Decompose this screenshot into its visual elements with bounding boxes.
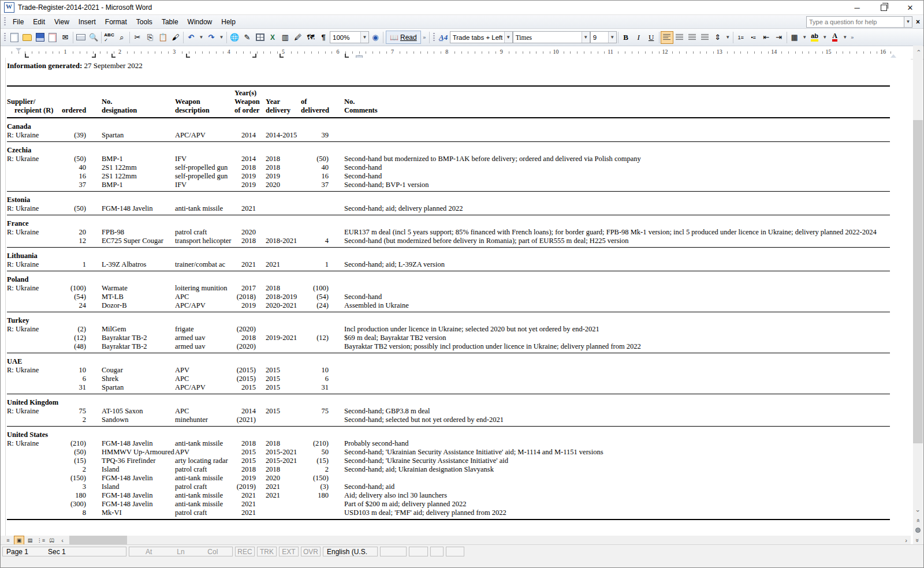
page-section-status[interactable]: Page 1 Sec 1 (2, 547, 126, 556)
menu-edit[interactable]: Edit (28, 16, 50, 28)
borders-button[interactable]: ▦ (788, 31, 801, 44)
style-dropdown-icon[interactable]: ▼ (504, 32, 512, 43)
menu-help[interactable]: Help (217, 16, 240, 28)
bullets-button[interactable]: •≡ (747, 31, 760, 44)
extend-selection-toggle[interactable]: EXT (279, 547, 299, 556)
redo-button[interactable]: ↷ (205, 31, 218, 44)
tab-stop-marker[interactable] (280, 54, 284, 58)
increase-indent-button[interactable]: ⇥ (773, 31, 785, 44)
restore-button[interactable] (870, 1, 897, 14)
style-combobox[interactable]: Trade tabs + Left: ▼ (450, 31, 513, 43)
email-button[interactable]: ✉ (59, 31, 72, 44)
menu-tools[interactable]: Tools (132, 16, 157, 28)
columns-button[interactable]: ▥ (279, 31, 292, 44)
justify-button[interactable] (699, 31, 711, 44)
record-macro-toggle[interactable]: REC (235, 547, 255, 556)
menu-table[interactable]: Table (157, 16, 183, 28)
zoom-combobox[interactable]: 100% ▼ (330, 31, 369, 43)
font-color-button[interactable]: A (829, 31, 841, 44)
font-color-dropdown-icon[interactable]: ▼ (841, 31, 849, 44)
select-browse-object-button[interactable] (913, 525, 923, 535)
help-button[interactable]: ◉ (369, 31, 382, 44)
decrease-indent-button[interactable]: ⇤ (760, 31, 773, 44)
borders-dropdown-icon[interactable]: ▼ (801, 31, 808, 44)
align-left-button[interactable] (661, 31, 673, 44)
tab-stop-marker[interactable] (92, 54, 96, 58)
language-status[interactable]: English (U.S. (323, 547, 378, 556)
undo-button[interactable]: ↶ (185, 31, 198, 44)
tab-stop-marker[interactable] (345, 54, 349, 58)
font-size-combobox[interactable]: 9 ▼ (590, 31, 617, 43)
styles-and-formatting-button[interactable]: A̲4 (437, 31, 450, 44)
print-layout-view-button[interactable]: ▤ (25, 536, 35, 545)
permission-button[interactable] (46, 31, 59, 44)
open-button[interactable] (21, 31, 33, 44)
undo-dropdown-icon[interactable]: ▼ (198, 31, 205, 44)
right-indent-marker[interactable] (891, 51, 896, 58)
line-spacing-dropdown-icon[interactable]: ▼ (724, 31, 732, 44)
redo-dropdown-icon[interactable]: ▼ (218, 31, 225, 44)
zoom-dropdown-icon[interactable]: ▼ (360, 32, 368, 43)
insert-excel-button[interactable]: X (266, 31, 279, 44)
scroll-up-icon[interactable]: › (913, 46, 923, 55)
italic-button[interactable]: I (632, 31, 645, 44)
drawing-button[interactable]: 🖉 (292, 31, 304, 44)
toolbar-grip-handle[interactable] (3, 33, 6, 42)
font-combobox[interactable]: Times ▼ (513, 31, 590, 43)
track-changes-toggle[interactable]: TRK (257, 547, 277, 556)
highlight-dropdown-icon[interactable]: ▼ (821, 31, 829, 44)
scroll-left-icon[interactable]: ‹ (58, 536, 67, 545)
font-size-dropdown-icon[interactable]: ▼ (608, 32, 616, 43)
research-button[interactable]: ⌕ (116, 31, 128, 44)
menu-window[interactable]: Window (183, 16, 217, 28)
help-question-input[interactable] (806, 16, 904, 28)
menu-insert[interactable]: Insert (74, 16, 100, 28)
web-layout-view-button[interactable]: ▣ (14, 536, 24, 545)
vertical-scroll-thumb[interactable] (913, 120, 923, 443)
first-line-indent-marker[interactable] (16, 48, 21, 54)
insert-hyperlink-button[interactable]: 🌐 (228, 31, 241, 44)
align-right-button[interactable] (686, 31, 699, 44)
previous-page-button[interactable]: » (913, 515, 923, 525)
read-button[interactable]: 📖 Read (386, 31, 421, 44)
close-button[interactable]: ✕ (897, 1, 923, 14)
menu-format[interactable]: Format (100, 16, 132, 28)
new-document-button[interactable] (8, 31, 21, 44)
minimize-button[interactable]: ─ (844, 1, 870, 14)
tables-and-borders-button[interactable]: ✎ (241, 31, 254, 44)
underline-button[interactable]: U (645, 31, 658, 44)
menu-grip-handle[interactable] (3, 17, 6, 27)
vertical-scroll-track[interactable] (913, 55, 923, 506)
normal-view-button[interactable]: ≡ (3, 536, 13, 545)
help-close-icon[interactable]: × (916, 18, 920, 26)
spelling-button[interactable]: ABC✓ (103, 31, 116, 44)
show-paragraph-marks-button[interactable]: ¶ (317, 31, 330, 44)
help-dropdown-icon[interactable]: ▼ (904, 16, 912, 28)
format-toolbar-grip-handle[interactable] (433, 33, 435, 42)
save-button[interactable] (33, 31, 46, 44)
cut-button[interactable]: ✂ (131, 31, 144, 44)
numbering-button[interactable]: 1≡ (735, 31, 747, 44)
format-toolbar-options-chevron[interactable]: » (849, 32, 856, 43)
format-painter-button[interactable]: 🖌 (169, 31, 182, 44)
document-area[interactable]: Information generated: 27 September 2022… (1, 58, 911, 536)
overtype-toggle[interactable]: OVR (301, 547, 321, 556)
scroll-down-icon[interactable]: › (913, 506, 923, 515)
next-page-button[interactable]: » (913, 535, 923, 545)
outline-view-button[interactable]: ⋮≡ (36, 536, 46, 545)
horizontal-scroll-thumb[interactable] (69, 536, 127, 545)
toolbar-options-chevron[interactable]: » (421, 32, 428, 43)
menu-view[interactable]: View (50, 16, 74, 28)
menu-file[interactable]: File (8, 16, 28, 28)
align-center-button[interactable] (673, 31, 686, 44)
copy-button[interactable]: ⎘ (144, 31, 157, 44)
font-dropdown-icon[interactable]: ▼ (582, 32, 590, 43)
highlight-button[interactable]: ab (808, 31, 821, 44)
tab-stop-marker[interactable] (186, 54, 190, 58)
bold-button[interactable]: B (620, 31, 632, 44)
horizontal-scroll-track[interactable] (67, 536, 901, 545)
paste-button[interactable]: 📋 (157, 31, 169, 44)
tab-stop-marker[interactable] (252, 54, 256, 58)
vertical-scrollbar[interactable]: › › » » (913, 46, 923, 545)
insert-table-button[interactable] (254, 31, 266, 44)
